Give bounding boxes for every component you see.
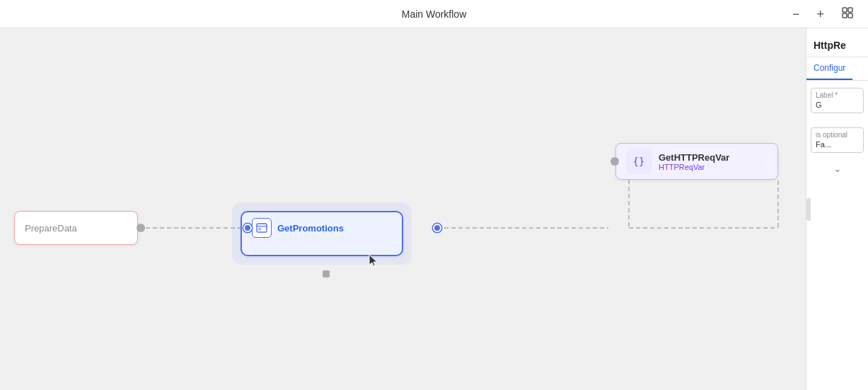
panel-resize-handle[interactable] (806, 198, 811, 221)
get-promotions-label: GetPromotions (277, 223, 344, 234)
optional-field-label: is optional (816, 131, 859, 139)
http-req-text: GetHTTPReqVar HTTPReqVar (659, 152, 729, 171)
selection-resize-handle[interactable] (323, 270, 330, 277)
add-button[interactable]: + (814, 6, 827, 22)
svg-rect-3 (848, 13, 852, 18)
workflow-title: Main Workflow (402, 8, 467, 20)
get-promotions-right-handle[interactable] (433, 224, 441, 232)
svg-rect-12 (258, 228, 261, 231)
title-bar: Main Workflow − + (0, 0, 868, 28)
title-bar-actions: − + (789, 5, 857, 23)
prepare-data-right-handle[interactable] (137, 224, 145, 232)
right-panel: HttpRe Configur Label * G is optional Fa… (806, 28, 868, 390)
main-layout: PrepareData GetPromotions (0, 28, 868, 390)
label-field-label: Label * (816, 91, 859, 99)
optional-field[interactable]: is optional Fa... (811, 127, 864, 153)
configure-tab[interactable]: Configur (806, 57, 852, 80)
get-promotions-left-handle[interactable] (243, 224, 252, 232)
svg-rect-2 (843, 13, 847, 18)
http-req-left-handle[interactable] (611, 157, 619, 166)
node-get-promotions[interactable]: GetPromotions (241, 211, 403, 256)
panel-chevron-down[interactable]: ⌄ (806, 160, 868, 177)
node-get-http-req-var[interactable]: {} GetHTTPReqVar HTTPReqVar (615, 143, 778, 180)
label-field[interactable]: Label * G (811, 88, 864, 113)
svg-rect-0 (843, 8, 847, 12)
right-panel-tabs: Configur (806, 57, 868, 81)
right-panel-title: HttpRe (814, 40, 846, 51)
http-req-icon: {} (626, 149, 652, 174)
canvas-area[interactable]: PrepareData GetPromotions (0, 28, 806, 390)
label-field-value: G (816, 101, 822, 109)
get-promotions-inner: GetPromotions (252, 218, 344, 238)
expand-button[interactable] (838, 5, 857, 23)
node-prepare-label: PrepareData (25, 223, 77, 234)
minimize-button[interactable]: − (789, 6, 803, 22)
http-req-label: GetHTTPReqVar (659, 152, 729, 163)
optional-field-value: Fa... (816, 140, 831, 149)
get-promotions-icon (252, 218, 272, 238)
http-req-sublabel: HTTPReqVar (659, 163, 729, 171)
node-prepare-data[interactable]: PrepareData (14, 211, 138, 245)
svg-rect-1 (848, 8, 852, 12)
right-panel-header: HttpRe (806, 28, 868, 57)
